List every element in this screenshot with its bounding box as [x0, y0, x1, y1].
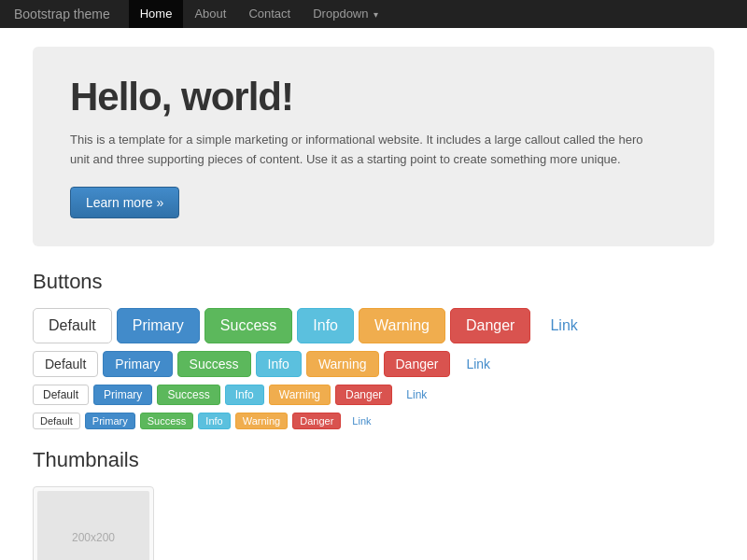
btn-info-md[interactable]: Info [256, 351, 302, 377]
chevron-down-icon: ▾ [374, 9, 378, 20]
thumbnails-section-title: Thumbnails [33, 448, 714, 472]
btn-danger-xs[interactable]: Danger [292, 413, 341, 429]
btn-warning-sm[interactable]: Warning [269, 385, 331, 405]
hero-heading: Hello, world! [70, 75, 677, 119]
btn-danger-md[interactable]: Danger [384, 351, 451, 377]
btn-info-sm[interactable]: Info [225, 385, 264, 405]
btn-primary-lg[interactable]: Primary [117, 308, 200, 343]
nav-item-dropdown[interactable]: Dropdown ▾ [302, 0, 389, 29]
btn-default-xs[interactable]: Default [33, 413, 80, 429]
nav-link-home[interactable]: Home [129, 0, 184, 28]
btn-info-xs[interactable]: Info [198, 413, 230, 429]
btn-warning-md[interactable]: Warning [306, 351, 379, 377]
btn-success-lg[interactable]: Success [204, 308, 292, 343]
main-container: Hello, world! This is a template for a s… [19, 28, 728, 560]
thumbnails-section: Thumbnails 200x200 [33, 448, 714, 560]
hero-description: This is a template for a simple marketin… [70, 131, 649, 170]
buttons-section: Buttons Default Primary Success Info War… [33, 270, 714, 429]
button-row-xs: Default Primary Success Info Warning Dan… [33, 413, 714, 429]
btn-primary-md[interactable]: Primary [103, 351, 172, 377]
button-row-md: Default Primary Success Info Warning Dan… [33, 351, 714, 377]
btn-link-lg[interactable]: Link [535, 309, 592, 343]
navbar-brand[interactable]: Bootstrap theme [14, 7, 110, 21]
navbar-nav: Home About Contact Dropdown ▾ [129, 0, 389, 29]
thumbnail-placeholder: 200x200 [37, 491, 149, 560]
btn-default-lg[interactable]: Default [33, 308, 112, 343]
jumbotron: Hello, world! This is a template for a s… [33, 47, 714, 246]
btn-primary-xs[interactable]: Primary [85, 413, 135, 429]
btn-default-sm[interactable]: Default [33, 385, 89, 405]
btn-info-lg[interactable]: Info [297, 308, 354, 343]
navbar: Bootstrap theme Home About Contact Dropd… [0, 0, 747, 28]
btn-success-md[interactable]: Success [177, 351, 251, 377]
nav-item-about[interactable]: About [183, 0, 237, 29]
btn-primary-sm[interactable]: Primary [93, 385, 152, 405]
btn-danger-lg[interactable]: Danger [450, 308, 530, 343]
buttons-section-title: Buttons [33, 270, 714, 294]
nav-link-dropdown[interactable]: Dropdown ▾ [302, 0, 389, 29]
nav-link-contact[interactable]: Contact [237, 0, 302, 28]
button-row-sm: Default Primary Success Info Warning Dan… [33, 385, 714, 405]
btn-link-sm[interactable]: Link [397, 385, 436, 404]
nav-item-contact[interactable]: Contact [237, 0, 302, 29]
btn-success-xs[interactable]: Success [140, 413, 194, 429]
thumbnail-item: 200x200 [33, 486, 154, 560]
btn-link-xs[interactable]: Link [345, 413, 377, 428]
nav-link-about[interactable]: About [183, 0, 237, 28]
btn-warning-lg[interactable]: Warning [359, 308, 445, 343]
nav-item-home[interactable]: Home [129, 0, 184, 29]
btn-link-md[interactable]: Link [455, 352, 501, 376]
thumbnail-label: 200x200 [72, 531, 115, 544]
btn-success-sm[interactable]: Success [157, 385, 219, 405]
learn-more-button[interactable]: Learn more » [70, 187, 179, 218]
button-row-lg: Default Primary Success Info Warning Dan… [33, 308, 714, 343]
thumbnails-row: 200x200 [33, 486, 714, 560]
btn-default-md[interactable]: Default [33, 351, 98, 377]
btn-warning-xs[interactable]: Warning [235, 413, 289, 429]
btn-danger-sm[interactable]: Danger [335, 385, 392, 405]
